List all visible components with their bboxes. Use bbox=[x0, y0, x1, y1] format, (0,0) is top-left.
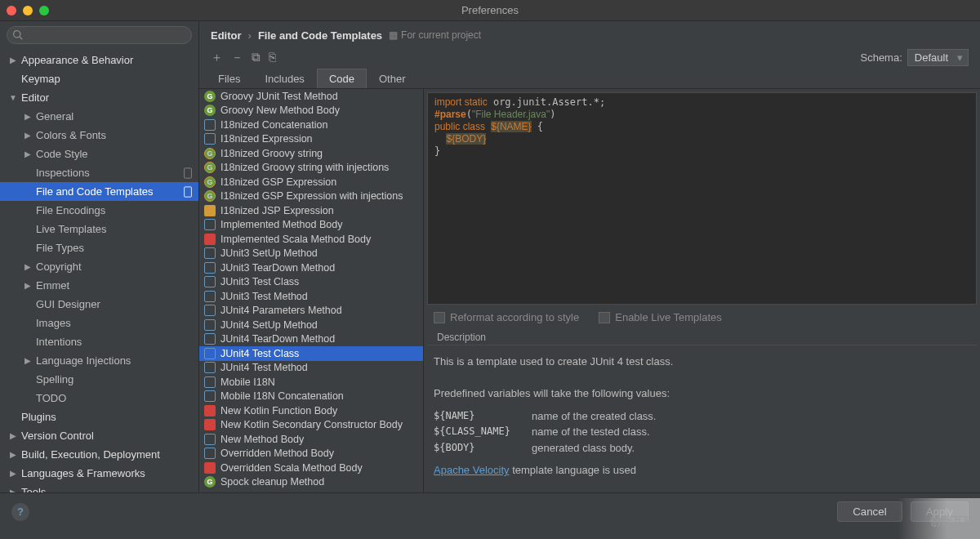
template-groovy-new-method-body[interactable]: GGroovy New Method Body bbox=[199, 104, 423, 118]
sidebar-item-plugins[interactable]: Plugins bbox=[0, 408, 198, 426]
sidebar-item-editor[interactable]: ▼Editor bbox=[0, 88, 198, 107]
sidebar-item-live-templates[interactable]: Live Templates bbox=[0, 220, 198, 238]
sidebar-item-build-execution-deployment[interactable]: ▶Build, Execution, Deployment bbox=[0, 445, 198, 464]
template-junit3-test-method[interactable]: JUnit3 Test Method bbox=[199, 289, 423, 304]
template-icon: G bbox=[204, 190, 216, 202]
template-implemented-scala-method-body[interactable]: Implemented Scala Method Body bbox=[199, 232, 423, 247]
sidebar-item-language-injections[interactable]: ▶Language Injections bbox=[0, 351, 198, 370]
maximize-icon[interactable] bbox=[39, 6, 49, 16]
template-list[interactable]: GGroovy JUnit Test MethodGGroovy New Met… bbox=[199, 89, 424, 492]
template-junit3-teardown-method[interactable]: JUnit3 TearDown Method bbox=[199, 261, 423, 275]
template-new-kotlin-function-body[interactable]: New Kotlin Function Body bbox=[199, 403, 423, 418]
template-i18nized-groovy-string[interactable]: GI18nized Groovy string bbox=[199, 146, 423, 161]
template-icon bbox=[204, 419, 216, 430]
sidebar-item-version-control[interactable]: ▶Version Control bbox=[0, 426, 198, 445]
template-icon bbox=[204, 291, 216, 302]
project-scope-icon: ▦ bbox=[389, 29, 398, 41]
sidebar-item-images[interactable]: Images bbox=[0, 314, 198, 332]
schema-select[interactable]: Default bbox=[907, 49, 969, 66]
description-heading: Description bbox=[427, 327, 977, 345]
template-junit3-setup-method[interactable]: JUnit3 SetUp Method bbox=[199, 247, 423, 261]
live-templates-checkbox[interactable]: Enable Live Templates bbox=[599, 311, 722, 323]
template-icon: G bbox=[204, 105, 216, 116]
reformat-checkbox[interactable]: Reformat according to style bbox=[434, 311, 579, 323]
template-groovy-junit-test-method[interactable]: GGroovy JUnit Test Method bbox=[199, 89, 423, 104]
template-icon: G bbox=[204, 476, 216, 488]
search-input[interactable] bbox=[7, 26, 192, 44]
template-overridden-scala-method-body[interactable]: Overridden Scala Method Body bbox=[199, 461, 423, 475]
template-icon bbox=[204, 405, 216, 416]
tab-files[interactable]: Files bbox=[206, 69, 252, 88]
template-implemented-method-body[interactable]: Implemented Method Body bbox=[199, 218, 423, 233]
template-icon bbox=[204, 376, 216, 388]
template-mobile-i18n-concatenation[interactable]: Mobile I18N Concatenation bbox=[199, 390, 423, 404]
template-i18nized-gsp-expression-with-injections[interactable]: GI18nized GSP Expression with injections bbox=[199, 189, 423, 204]
template-junit4-test-method[interactable]: JUnit4 Test Method bbox=[199, 361, 423, 376]
sidebar-item-colors-fonts[interactable]: ▶Colors & Fonts bbox=[0, 126, 198, 145]
minimize-icon[interactable] bbox=[23, 6, 33, 16]
add-icon[interactable]: ＋ bbox=[211, 50, 223, 65]
template-i18nized-groovy-string-with-injections[interactable]: GI18nized Groovy string with injections bbox=[199, 161, 423, 176]
sidebar-item-code-style[interactable]: ▶Code Style bbox=[0, 145, 198, 163]
template-icon bbox=[204, 276, 216, 287]
search-icon bbox=[12, 29, 24, 41]
sidebar-item-general[interactable]: ▶General bbox=[0, 107, 198, 126]
template-icon bbox=[204, 434, 216, 445]
template-junit4-setup-method[interactable]: JUnit4 SetUp Method bbox=[199, 318, 423, 332]
remove-icon[interactable]: － bbox=[231, 50, 243, 65]
template-mobile-i18n[interactable]: Mobile I18N bbox=[199, 375, 423, 390]
template-icon bbox=[204, 205, 216, 216]
template-editor[interactable]: import static org.junit.Assert.*; #parse… bbox=[427, 92, 977, 305]
sidebar-item-tools[interactable]: ▶Tools bbox=[0, 483, 198, 492]
template-icon bbox=[204, 234, 216, 245]
help-icon[interactable]: ? bbox=[11, 503, 29, 521]
tab-includes[interactable]: Includes bbox=[252, 69, 316, 88]
paste-icon[interactable]: ⎘ bbox=[269, 50, 276, 65]
sidebar-item-file-types[interactable]: File Types bbox=[0, 238, 198, 257]
sidebar-item-intentions[interactable]: Intentions bbox=[0, 332, 198, 351]
sidebar-item-file-encodings[interactable]: File Encodings bbox=[0, 201, 198, 220]
template-icon bbox=[204, 305, 216, 316]
cancel-button[interactable]: Cancel bbox=[837, 501, 902, 522]
template-junit3-test-class[interactable]: JUnit3 Test Class bbox=[199, 275, 423, 290]
template-spock-cleanup-method[interactable]: GSpock cleanup Method bbox=[199, 475, 423, 490]
sidebar-item-inspections[interactable]: Inspections bbox=[0, 163, 198, 182]
template-new-method-body[interactable]: New Method Body bbox=[199, 432, 423, 447]
template-new-kotlin-secondary-constructor-body[interactable]: New Kotlin Secondary Constructor Body bbox=[199, 418, 423, 433]
velocity-link[interactable]: Apache Velocity bbox=[434, 464, 510, 476]
dialog-footer: ? Cancel Apply bbox=[0, 492, 980, 530]
titlebar: Preferences bbox=[0, 0, 980, 21]
sidebar-item-appearance-behavior[interactable]: ▶Appearance & Behavior bbox=[0, 51, 198, 69]
sidebar-item-keymap[interactable]: Keymap bbox=[0, 69, 198, 88]
template-i18nized-gsp-expression[interactable]: GI18nized GSP Expression bbox=[199, 175, 423, 189]
template-junit4-test-class[interactable]: JUnit4 Test Class bbox=[199, 346, 423, 361]
sidebar-item-spelling[interactable]: Spelling bbox=[0, 370, 198, 389]
template-i18nized-concatenation[interactable]: I18nized Concatenation bbox=[199, 118, 423, 132]
sidebar-item-gui-designer[interactable]: GUI Designer bbox=[0, 295, 198, 314]
breadcrumb: Editor › File and Code Templates ▦For cu… bbox=[199, 21, 980, 46]
window-controls[interactable] bbox=[7, 6, 49, 16]
template-junit4-parameters-method[interactable]: JUnit4 Parameters Method bbox=[199, 304, 423, 318]
copy-icon[interactable]: ⧉ bbox=[252, 50, 261, 65]
settings-sidebar: ▶Appearance & BehaviorKeymap▼Editor▶Gene… bbox=[0, 21, 199, 492]
template-icon bbox=[204, 247, 216, 259]
sidebar-item-file-and-code-templates[interactable]: File and Code Templates bbox=[0, 182, 198, 201]
template-icon bbox=[204, 133, 216, 145]
template-junit4-teardown-method[interactable]: JUnit4 TearDown Method bbox=[199, 332, 423, 347]
sidebar-item-copyright[interactable]: ▶Copyright bbox=[0, 257, 198, 276]
close-icon[interactable] bbox=[7, 6, 16, 16]
template-overridden-method-body[interactable]: Overridden Method Body bbox=[199, 447, 423, 461]
template-icon bbox=[204, 319, 216, 331]
brand-watermark: 创新互联 bbox=[929, 514, 975, 529]
sidebar-item-todo[interactable]: TODO bbox=[0, 389, 198, 408]
template-i18nized-jsp-expression[interactable]: I18nized JSP Expression bbox=[199, 203, 423, 218]
tab-code[interactable]: Code bbox=[317, 69, 367, 88]
tab-other[interactable]: Other bbox=[367, 69, 418, 88]
sidebar-item-languages-frameworks[interactable]: ▶Languages & Frameworks bbox=[0, 464, 198, 483]
template-i18nized-expression[interactable]: I18nized Expression bbox=[199, 132, 423, 147]
template-icon bbox=[204, 390, 216, 402]
template-icon bbox=[204, 362, 216, 373]
sidebar-item-emmet[interactable]: ▶Emmet bbox=[0, 276, 198, 295]
settings-tree[interactable]: ▶Appearance & BehaviorKeymap▼Editor▶Gene… bbox=[0, 49, 198, 492]
template-tabs[interactable]: FilesIncludesCodeOther bbox=[199, 69, 980, 89]
